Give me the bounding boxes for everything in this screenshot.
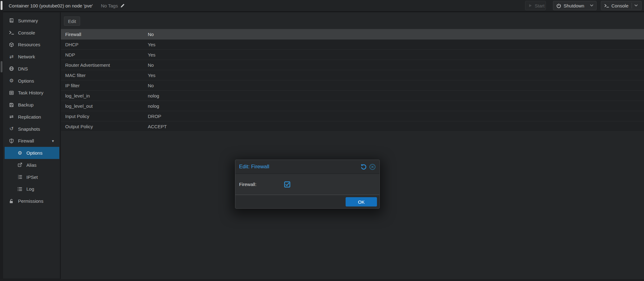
shutdown-button-label: Shutdown [564,3,584,8]
option-value: nolog [148,103,644,109]
option-value: ACCEPT [148,124,644,129]
sidebar-item-options[interactable]: ⚙Options [3,75,60,87]
sidebar-item-task-history[interactable]: Task History [3,87,60,99]
table-row-router-advertisement[interactable]: Router AdvertisementNo [61,60,644,70]
gear-icon: ⚙ [8,78,15,83]
option-name: Firewall [61,32,148,37]
guest-header-bar: Container 100 (youtube02) on node 'pve' … [3,0,644,12]
sidebar-item-label: IPSet [26,174,38,180]
option-value: nolog [148,93,644,98]
sidebar-item-ipset[interactable]: 123IPSet [3,171,60,183]
sidebar-item-replication[interactable]: Replication [3,111,60,123]
option-value: No [148,32,644,37]
option-name: DHCP [61,42,148,47]
edit-button[interactable]: Edit [64,16,80,26]
sidebar-item-label: Resources [18,42,40,47]
option-name: Output Policy [61,124,148,129]
ok-button[interactable]: OK [346,197,377,206]
sidebar-item-label: Alias [26,162,37,168]
table-row-ndp[interactable]: NDPYes [61,50,644,60]
firewall-options-panel: Edit FirewallNoDHCPYesNDPYesRouter Adver… [61,12,644,281]
sidebar-item-summary[interactable]: Summary [3,15,60,27]
cube-icon [8,42,15,47]
sidebar-item-firewall[interactable]: Firewall▼ [3,135,60,147]
history-icon: ↺ [8,126,15,131]
dialog-header[interactable]: Edit: Firewall [235,160,379,174]
table-row-output-policy[interactable]: Output PolicyACCEPT [61,121,644,132]
table-row-log-level-out[interactable]: log_level_outnolog [61,101,644,111]
sidebar-item-dns[interactable]: DNS [3,63,60,75]
sidebar-item-label: Summary [18,18,38,23]
close-circle-icon[interactable] [369,164,376,170]
dialog-title: Edit: Firewall [239,164,360,170]
undo-icon[interactable] [360,164,367,170]
sidebar-item-label: Replication [18,114,41,120]
shutdown-button[interactable]: Shutdown [553,1,596,10]
caret-down-icon[interactable]: ▼ [51,139,55,143]
start-button[interactable]: Start [525,1,546,10]
console-button-label: Console [611,3,628,8]
tree-strip-scroll-thumb[interactable] [1,61,2,72]
option-name: Router Advertisement [61,62,148,68]
collapsed-tree-strip[interactable] [0,0,3,281]
table-row-log-level-in[interactable]: log_level_innolog [61,91,644,101]
start-button-label: Start [535,3,545,8]
table-row-dhcp[interactable]: DHCPYes [61,39,644,50]
button-divider [632,3,632,8]
sidebar-item-label: Options [18,78,34,84]
sidebar-item-options[interactable]: ⚙Options [5,147,59,159]
dialog-footer: OK [235,195,379,208]
sidebar-item-label: DNS [18,66,28,71]
power-icon [556,3,561,8]
sidebar-item-resources[interactable]: Resources [3,39,60,51]
unlock-icon [8,199,15,204]
proxmox-app-window: Container 100 (youtube02) on node 'pve' … [0,0,644,281]
guest-nav-sidebar: SummaryConsoleResources⇄NetworkDNS⚙Optio… [3,12,60,279]
chevron-down-icon[interactable] [590,4,593,7]
task-history-icon [8,90,15,95]
options-toolbar: Edit [61,12,644,29]
external-link-icon [17,162,23,167]
option-name: Input Policy [61,114,148,119]
sidebar-item-backup[interactable]: Backup [3,99,60,111]
table-row-input-policy[interactable]: Input PolicyDROP [61,111,644,121]
sidebar-item-label: Options [26,150,43,156]
chevron-down-icon[interactable] [634,4,638,7]
sidebar-item-label: Console [18,30,35,35]
book-icon [8,18,15,23]
sidebar-item-alias[interactable]: Alias [3,159,60,171]
sidebar-item-network[interactable]: ⇄Network [3,51,60,63]
ordered-list-icon: 123 [17,174,23,179]
option-name: log_level_out [61,103,148,109]
shield-icon [8,138,15,143]
sidebar-item-snapshots[interactable]: ↺Snapshots [3,123,60,135]
option-name: NDP [61,52,148,57]
sidebar-item-console[interactable]: Console [3,27,60,39]
floppy-icon [8,102,15,107]
sidebar-item-label: Log [26,186,34,192]
list-icon [17,187,23,192]
page-title: Container 100 (youtube02) on node 'pve' [9,3,93,8]
option-name: IP filter [61,83,148,88]
firewall-options-table: FirewallNoDHCPYesNDPYesRouter Advertisem… [61,29,644,132]
table-row-ip-filter[interactable]: IP filterNo [61,80,644,91]
table-row-mac-filter[interactable]: MAC filterYes [61,70,644,80]
sidebar-item-log[interactable]: Log [3,183,60,195]
option-value: Yes [148,73,644,78]
option-value: Yes [148,42,644,47]
sidebar-item-label: Task History [18,90,43,95]
option-name: log_level_in [61,93,148,98]
sidebar-item-permissions[interactable]: Permissions [3,195,60,207]
tree-strip-top-thumb[interactable] [1,1,2,10]
play-icon [528,4,532,7]
sidebar-item-label: Permissions [18,198,43,204]
option-value: Yes [148,52,644,57]
console-button[interactable]: Console [601,1,642,10]
firewall-checkbox[interactable] [284,181,290,188]
pencil-icon[interactable] [120,3,125,8]
page-bottom-edge [0,279,644,281]
sidebar-item-label: Backup [18,102,34,107]
option-value: No [148,83,644,88]
option-value: No [148,62,644,68]
table-row-firewall[interactable]: FirewallNo [61,29,644,39]
